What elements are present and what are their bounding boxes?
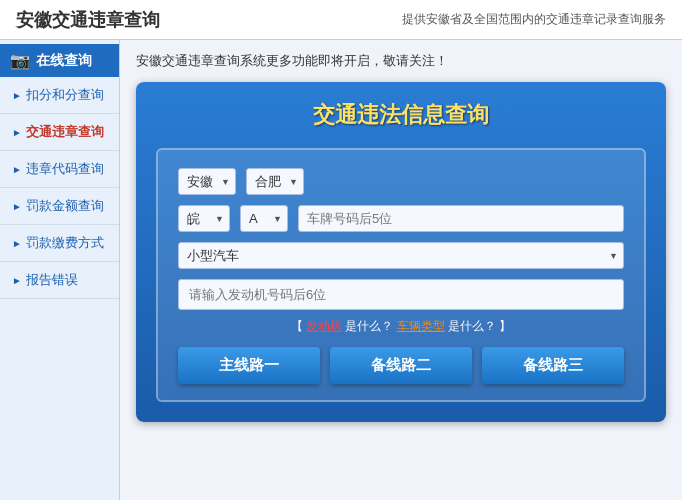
plate-number-input[interactable] — [298, 205, 624, 232]
province-select-wrapper: 安徽 北京 上海 广东 — [178, 168, 236, 195]
engine-row — [178, 279, 624, 310]
vehicle-type-select[interactable]: 小型汽车 大型汽车 摩托车 其他 — [178, 242, 624, 269]
sidebar-item-label: 报告错误 — [26, 271, 78, 289]
sidebar-item-label: 罚款金额查询 — [26, 197, 104, 215]
camera-icon: 📷 — [10, 51, 30, 70]
sidebar-item-fine-amount[interactable]: ► 罚款金额查询 — [0, 188, 119, 225]
vehicle-type-select-wrapper: 小型汽车 大型汽车 摩托车 其他 — [178, 242, 624, 269]
engine-hint-link[interactable]: 发动机 — [306, 319, 342, 333]
query-form: 安徽 北京 上海 广东 合肥 芜湖 蚌埠 淮南 — [156, 148, 646, 402]
sidebar-item-label: 交通违章查询 — [26, 123, 104, 141]
sidebar-item-label: 罚款缴费方式 — [26, 234, 104, 252]
header-title: 安徽交通违章查询 — [16, 8, 160, 32]
sidebar-item-report-error[interactable]: ► 报告错误 — [0, 262, 119, 299]
backup-route-3-button[interactable]: 备线路三 — [482, 347, 624, 384]
hint-bracket-close: 】 — [499, 319, 511, 333]
vehicle-type-row: 小型汽车 大型汽车 摩托车 其他 — [178, 242, 624, 269]
hint-row: 【 发动机 是什么？ 车辆类型 是什么？ 】 — [178, 318, 624, 335]
query-box: 交通违法信息查询 安徽 北京 上海 广东 合肥 — [136, 82, 666, 422]
arrow-icon: ► — [12, 275, 22, 286]
sidebar-item-fine-pay[interactable]: ► 罚款缴费方式 — [0, 225, 119, 262]
sidebar-item-label: 违章代码查询 — [26, 160, 104, 178]
backup-route-2-button[interactable]: 备线路二 — [330, 347, 472, 384]
arrow-icon: ► — [12, 164, 22, 175]
plate-letter-select-wrapper: A B C D — [240, 205, 288, 232]
hint-bracket-open: 【 — [291, 319, 303, 333]
arrow-icon: ► — [12, 201, 22, 212]
button-row: 主线路一 备线路二 备线路三 — [178, 347, 624, 384]
hint-text2: 是什么？ — [448, 319, 496, 333]
header: 安徽交通违章查询 提供安徽省及全国范围内的交通违章记录查询服务 — [0, 0, 682, 40]
notice-text: 安徽交通违章查询系统更多功能即将开启，敬请关注！ — [136, 52, 666, 70]
vehicle-type-hint-link[interactable]: 车辆类型 — [397, 319, 445, 333]
sidebar-item-deduction[interactable]: ► 扣分和分查询 — [0, 77, 119, 114]
sidebar-item-code[interactable]: ► 违章代码查询 — [0, 151, 119, 188]
city-select-wrapper: 合肥 芜湖 蚌埠 淮南 — [246, 168, 304, 195]
arrow-icon: ► — [12, 127, 22, 138]
hint-text1: 是什么？ — [345, 319, 393, 333]
sidebar-header: 📷 在线查询 — [0, 44, 119, 77]
engine-number-input[interactable] — [178, 279, 624, 310]
plate-prefix-select-wrapper: 皖 京 沪 — [178, 205, 230, 232]
arrow-icon: ► — [12, 238, 22, 249]
province-city-row: 安徽 北京 上海 广东 合肥 芜湖 蚌埠 淮南 — [178, 168, 624, 195]
arrow-icon: ► — [12, 90, 22, 101]
sidebar-item-violation[interactable]: ► 交通违章查询 — [0, 114, 119, 151]
sidebar-header-label: 在线查询 — [36, 52, 92, 70]
main-content: 安徽交通违章查询系统更多功能即将开启，敬请关注！ 交通违法信息查询 安徽 北京 … — [120, 40, 682, 500]
plate-letter-select[interactable]: A B C D — [240, 205, 288, 232]
plate-row: 皖 京 沪 A B C D — [178, 205, 624, 232]
sidebar-item-label: 扣分和分查询 — [26, 86, 104, 104]
header-description: 提供安徽省及全国范围内的交通违章记录查询服务 — [402, 11, 666, 28]
province-select[interactable]: 安徽 北京 上海 广东 — [178, 168, 236, 195]
city-select[interactable]: 合肥 芜湖 蚌埠 淮南 — [246, 168, 304, 195]
plate-prefix-select[interactable]: 皖 京 沪 — [178, 205, 230, 232]
sidebar: 📷 在线查询 ► 扣分和分查询 ► 交通违章查询 ► 违章代码查询 ► 罚款金额… — [0, 40, 120, 500]
main-layout: 📷 在线查询 ► 扣分和分查询 ► 交通违章查询 ► 违章代码查询 ► 罚款金额… — [0, 40, 682, 500]
main-route-button[interactable]: 主线路一 — [178, 347, 320, 384]
query-box-title: 交通违法信息查询 — [156, 100, 646, 130]
